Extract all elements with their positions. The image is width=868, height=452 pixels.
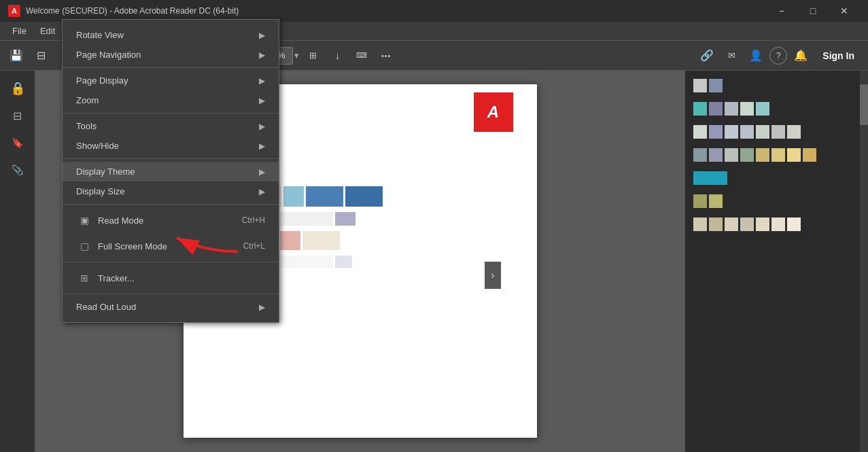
- maximize-button[interactable]: □: [797, 0, 829, 22]
- menu-item-tools[interactable]: Tools ▶: [63, 116, 279, 136]
- close-button[interactable]: ✕: [829, 0, 860, 22]
- scrollbar-thumb[interactable]: [860, 84, 868, 125]
- menu-item-page-navigation[interactable]: Page Navigation ▶: [63, 45, 279, 65]
- swatch-group-7: [691, 215, 863, 234]
- menu-section-display: Page Display ▶ Zoom ▶: [63, 68, 279, 114]
- keyboard-button[interactable]: ⌨: [351, 45, 372, 67]
- app-icon: A: [8, 5, 20, 17]
- help-button[interactable]: ?: [769, 47, 787, 65]
- view-dropdown-menu: Rotate View ▶ Page Navigation ▶ Page Dis…: [62, 19, 279, 323]
- sidebar-pages-icon[interactable]: ⊟: [5, 103, 30, 128]
- menu-item-zoom[interactable]: Zoom ▶: [63, 90, 279, 110]
- scrollbar-track: [860, 71, 868, 452]
- submenu-arrow-icon: ▶: [259, 122, 265, 131]
- swatch-group-2: [691, 99, 863, 118]
- swatch-group-1: [691, 76, 863, 95]
- left-sidebar: 🔒 ⊟ 🔖 📎: [0, 71, 35, 452]
- menu-section-modes: ▣ Read Mode Ctrl+H ▢ Full Screen Mode Ct…: [63, 205, 279, 262]
- sidebar-attachment-icon[interactable]: 📎: [5, 158, 30, 182]
- sign-in-button[interactable]: Sign In: [814, 48, 863, 64]
- swatch-group-4: [691, 145, 863, 164]
- menu-item-read-mode[interactable]: ▣ Read Mode Ctrl+H: [63, 207, 279, 233]
- read-mode-icon: ▣: [76, 212, 92, 228]
- menu-item-display-size[interactable]: Display Size ▶: [63, 181, 279, 201]
- next-page-button[interactable]: ›: [485, 262, 501, 289]
- menu-item-rotate-view[interactable]: Rotate View ▶: [63, 25, 279, 45]
- right-sidebar: [684, 71, 868, 452]
- swatch-group-5: [691, 169, 863, 188]
- menu-item-full-screen[interactable]: ▢ Full Screen Mode Ctrl+L: [63, 233, 279, 259]
- zoom-dropdown-icon[interactable]: ▾: [294, 50, 299, 60]
- swatch-group-3: [691, 122, 863, 141]
- sidebar-toggle-button[interactable]: ⊟: [30, 45, 52, 67]
- submenu-arrow-icon: ▶: [259, 50, 265, 60]
- sidebar-bookmark-icon[interactable]: 🔖: [5, 131, 30, 155]
- sidebar-lock-icon[interactable]: 🔒: [5, 76, 30, 101]
- menu-section-tools: Tools ▶ Show/Hide ▶: [63, 114, 279, 159]
- menu-item-display-theme[interactable]: Display Theme ▶: [63, 162, 279, 181]
- menu-section-read-out-loud: Read Out Loud ▶: [63, 294, 279, 319]
- menu-file[interactable]: File: [5, 23, 33, 39]
- full-screen-icon: ▢: [76, 238, 92, 254]
- page-view-button[interactable]: ⊞: [302, 45, 324, 67]
- menu-section-theme: Display Theme ▶ Display Size ▶: [63, 159, 279, 205]
- window-controls: − □ ✕: [766, 0, 860, 22]
- swatch-group-6: [691, 192, 863, 211]
- notifications-button[interactable]: 🔔: [790, 45, 812, 67]
- more-tools-button[interactable]: •••: [375, 45, 397, 67]
- menu-section-navigation: Rotate View ▶ Page Navigation ▶: [63, 22, 279, 68]
- save-button[interactable]: 💾: [5, 45, 27, 67]
- scroll-down-button[interactable]: ↓: [326, 45, 348, 67]
- submenu-arrow-icon: ▶: [259, 167, 265, 177]
- submenu-arrow-icon: ▶: [259, 141, 265, 151]
- tracker-icon: ⊞: [76, 270, 92, 286]
- share-link-button[interactable]: 🔗: [696, 45, 718, 67]
- menu-item-tracker[interactable]: ⊞ Tracker...: [63, 265, 279, 291]
- menu-item-page-display[interactable]: Page Display ▶: [63, 71, 279, 90]
- submenu-arrow-icon: ▶: [259, 302, 265, 312]
- submenu-arrow-icon: ▶: [259, 187, 265, 196]
- submenu-arrow-icon: ▶: [259, 31, 265, 40]
- email-button[interactable]: ✉: [721, 45, 742, 67]
- toolbar-right: 🔗 ✉ 👤 ? 🔔 Sign In: [696, 45, 863, 67]
- minimize-button[interactable]: −: [766, 0, 797, 22]
- menu-item-show-hide[interactable]: Show/Hide ▶: [63, 136, 279, 156]
- submenu-arrow-icon: ▶: [259, 76, 265, 86]
- adobe-logo: A: [474, 92, 513, 132]
- window-title: Welcome (SECURED) - Adobe Acrobat Reader…: [26, 6, 766, 16]
- menu-section-tracker: ⊞ Tracker...: [63, 262, 279, 294]
- menu-edit[interactable]: Edit: [33, 23, 62, 39]
- user-button[interactable]: 👤: [745, 45, 767, 67]
- menu-item-read-out-loud[interactable]: Read Out Loud ▶: [63, 297, 279, 317]
- submenu-arrow-icon: ▶: [259, 96, 265, 105]
